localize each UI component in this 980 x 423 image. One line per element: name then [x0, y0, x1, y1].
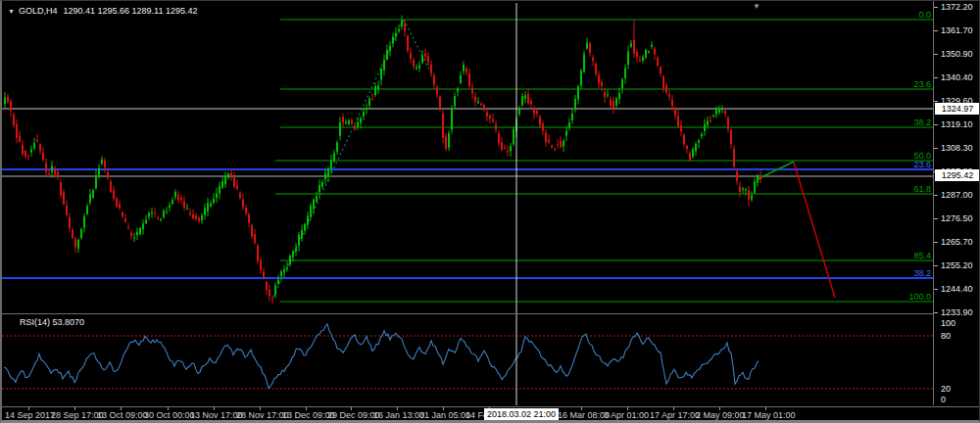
price-tick-label: 1287.00 — [941, 190, 973, 200]
rsi-pane-layer — [2, 324, 933, 389]
fib-level-label-61.8: 61.8 — [913, 184, 931, 194]
price-tick-label: 1255.20 — [941, 260, 973, 270]
fib-level-label-100.0: 100.0 — [908, 292, 931, 302]
time-tick-label: 16 Mar 08:00 — [558, 410, 610, 420]
main-pane-layer: 0.023.638.250.061.885.4100.023.638.2 — [2, 10, 933, 304]
fib-level-label-0.0: 0.0 — [918, 10, 931, 20]
time-tick-label: 2 May 09:00 — [696, 410, 745, 420]
price-tick-mark — [934, 218, 938, 219]
time-tick-label: 30 Oct 00:00 — [144, 410, 195, 420]
symbol-dropdown-icon[interactable]: ▼ — [8, 8, 15, 15]
price-tick-mark — [934, 312, 938, 313]
time-tick-label: 28 Sep 17:00 — [51, 410, 104, 420]
price-tick-label: 1350.90 — [941, 49, 973, 59]
chart-plot-svg: 0.023.638.250.061.885.4100.023.638.2 — [2, 1, 933, 405]
time-axis[interactable]: 14 Sep 201728 Sep 17:0013 Oct 09:0030 Oc… — [2, 406, 980, 421]
time-tick-label: 16 Jan 13:00 — [373, 410, 424, 420]
price-tick-mark — [934, 54, 938, 55]
price-tick-label: 1244.40 — [941, 284, 973, 294]
time-tick-label: 28 Nov 17:00 — [236, 410, 289, 420]
pane-separator[interactable] — [2, 313, 933, 314]
rsi-tick-label: 0 — [941, 395, 946, 404]
time-tick-label: 29 Dec 09:00 — [327, 410, 380, 420]
last-price-box: 1295.42 — [935, 169, 980, 181]
time-tick-label: 13 Oct 09:00 — [97, 410, 148, 420]
price-tick-mark — [934, 124, 938, 125]
rsi-indicator-label: RSI(14) 53.8070 — [20, 317, 84, 327]
fib-level-label-38.2: 38.2 — [913, 118, 931, 127]
price-tick-mark — [934, 101, 938, 102]
time-tick-label: 31 Jan 05:00 — [419, 410, 470, 420]
price-tick-label: 1372.20 — [941, 2, 973, 12]
price-tick-label: 1308.30 — [941, 143, 973, 153]
rsi-tick-label: 20 — [941, 384, 951, 394]
price-tick-mark — [934, 77, 938, 78]
price-tick-label: 1233.90 — [941, 307, 973, 317]
price-tick-mark — [934, 289, 938, 290]
price-tick-label: 1276.50 — [941, 213, 973, 223]
mt4-chart-window: 0.023.638.250.061.885.4100.023.638.2 ▼GO… — [0, 0, 980, 423]
price-axis[interactable]: 1372.201361.701350.901340.401329.601319.… — [933, 1, 980, 405]
time-tick-label: 14 Sep 2017 — [5, 410, 55, 420]
time-tick-label: 17 Apr 17:00 — [650, 410, 700, 420]
price-tick-mark — [934, 7, 938, 8]
time-tick-label: 3 Apr 01:00 — [604, 410, 649, 420]
time-tick-label: 17 May 01:00 — [742, 410, 796, 420]
chart-shift-marker-icon[interactable]: ▼ — [753, 2, 760, 11]
rsi-tick-label: 100 — [941, 318, 956, 328]
fib-level-label-23.6: 23.6 — [913, 79, 931, 89]
crosshair-price-box: 1324.97 — [935, 103, 980, 115]
price-tick-label: 1319.10 — [941, 119, 973, 129]
price-tick-mark — [934, 30, 938, 31]
price-tick-label: 1265.70 — [941, 237, 973, 247]
symbol-ohlc-label: ▼GOLD,H41290.41 1295.66 1289.11 1295.42 — [8, 6, 197, 16]
price-tick-mark — [934, 195, 938, 196]
candlestick-chart-pane[interactable]: 0.023.638.250.061.885.4100.023.638.2 — [2, 1, 933, 405]
fib-blue-label-38.2: 38.2 — [913, 268, 931, 278]
time-tick-label: 13 Nov 17:00 — [190, 410, 243, 420]
rsi-tick-label: 80 — [941, 331, 951, 341]
price-tick-mark — [934, 242, 938, 243]
crosshair-time-box: 2018.03.02 21:00 — [484, 408, 559, 420]
price-tick-label: 1361.70 — [941, 25, 973, 35]
fib-level-label-85.4: 85.4 — [913, 251, 931, 260]
price-tick-mark — [934, 148, 938, 149]
price-tick-label: 1340.40 — [941, 72, 973, 82]
rsi-line — [4, 324, 759, 389]
fib-blue-label-23.6: 23.6 — [913, 160, 931, 169]
symbol-name: GOLD,H4 — [19, 6, 58, 16]
price-tick-mark — [934, 265, 938, 266]
ohlc-values: 1290.41 1295.66 1289.11 1295.42 — [63, 6, 197, 16]
